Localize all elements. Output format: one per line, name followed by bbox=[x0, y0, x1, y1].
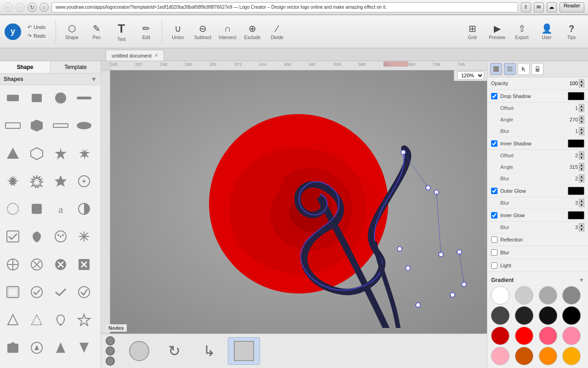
shape-item[interactable] bbox=[75, 283, 93, 301]
node-shape-square[interactable] bbox=[228, 337, 260, 365]
refresh-button[interactable]: ↻ bbox=[28, 3, 37, 12]
shape-item[interactable] bbox=[4, 200, 22, 218]
swatch-light-pink[interactable] bbox=[562, 327, 581, 345]
tool-export[interactable]: ⇧ Export bbox=[510, 21, 534, 42]
swatch-near-black[interactable] bbox=[515, 306, 533, 325]
panel-tab-template[interactable]: Template bbox=[51, 61, 101, 73]
tool-divide[interactable]: ∕ Divide bbox=[265, 22, 289, 42]
shape-item[interactable] bbox=[28, 283, 46, 301]
shape-item[interactable] bbox=[75, 310, 93, 329]
swatch-red[interactable] bbox=[515, 327, 533, 345]
address-bar[interactable] bbox=[51, 2, 518, 12]
shape-item[interactable] bbox=[28, 144, 46, 163]
shape-item[interactable] bbox=[51, 227, 70, 246]
tool-edit[interactable]: ✏ Edit bbox=[134, 21, 158, 42]
shape-item[interactable] bbox=[4, 172, 22, 190]
tool-user[interactable]: 👤 User bbox=[535, 21, 559, 42]
swatch-gold[interactable] bbox=[562, 347, 581, 365]
tool-shape[interactable]: ⬡ Shape bbox=[60, 21, 84, 42]
outer-glow-blur-spinner[interactable]: ▲ ▼ bbox=[579, 199, 584, 207]
inner-glow-checkbox[interactable] bbox=[491, 212, 498, 218]
shape-item[interactable] bbox=[51, 116, 70, 135]
node-shape-swirl[interactable]: ↻ bbox=[158, 337, 190, 365]
shape-item[interactable] bbox=[51, 255, 70, 274]
reader-button[interactable]: Reader bbox=[560, 2, 584, 12]
home-button[interactable]: ⌂ bbox=[40, 3, 49, 12]
rp-lock-button[interactable] bbox=[531, 63, 543, 75]
shape-item[interactable] bbox=[28, 339, 46, 357]
back-button[interactable]: ← bbox=[4, 3, 13, 12]
shape-item[interactable] bbox=[51, 283, 70, 301]
panel-tab-shape[interactable]: Shape bbox=[0, 61, 51, 73]
inner-shadow-angle-spinner[interactable]: ▲ ▼ bbox=[579, 163, 584, 171]
swatch-black[interactable] bbox=[562, 306, 581, 325]
tool-intersect[interactable]: ∩ Intersect bbox=[215, 22, 239, 42]
shape-item[interactable] bbox=[28, 172, 46, 190]
outer-glow-color[interactable] bbox=[568, 187, 584, 195]
shape-item[interactable] bbox=[4, 283, 22, 301]
shape-item[interactable] bbox=[75, 227, 93, 246]
drop-shadow-blur-spinner[interactable]: ▲ ▼ bbox=[579, 127, 584, 135]
swatch-dark-gray[interactable] bbox=[562, 286, 581, 305]
shape-item[interactable] bbox=[75, 89, 93, 107]
node-tool-2[interactable] bbox=[106, 346, 115, 356]
shape-item[interactable] bbox=[51, 144, 70, 163]
shape-item[interactable] bbox=[4, 255, 22, 274]
rp-layers-button[interactable] bbox=[504, 63, 516, 75]
shape-item[interactable] bbox=[75, 255, 93, 274]
node-shape-hook[interactable]: ↳ bbox=[193, 337, 225, 365]
drop-shadow-angle-spinner[interactable]: ▲ ▼ bbox=[579, 115, 584, 124]
document-tab[interactable]: untitled document ✕ bbox=[106, 50, 164, 61]
shape-item[interactable] bbox=[51, 310, 70, 329]
blur-checkbox[interactable] bbox=[491, 249, 498, 256]
inner-shadow-blur-spinner[interactable]: ▲ ▼ bbox=[579, 174, 584, 183]
shape-item[interactable] bbox=[75, 339, 93, 357]
tool-exclude[interactable]: ⊕ Exclude bbox=[240, 21, 264, 42]
tool-subtract[interactable]: ⊖ Subtract bbox=[191, 21, 215, 42]
swatch-orange[interactable] bbox=[539, 347, 557, 365]
node-tool-3[interactable] bbox=[106, 356, 115, 366]
shape-item[interactable] bbox=[51, 339, 70, 357]
shape-item[interactable] bbox=[28, 255, 46, 274]
rp-fill-button[interactable] bbox=[490, 63, 502, 75]
undo-button[interactable]: ↶ Undo bbox=[26, 23, 47, 31]
swatch-pink-red[interactable] bbox=[539, 327, 557, 345]
swatch-mid-gray[interactable] bbox=[539, 286, 557, 305]
shape-item[interactable] bbox=[28, 89, 46, 107]
bookmark-button[interactable]: ✉ bbox=[534, 2, 544, 12]
light-checkbox[interactable] bbox=[491, 262, 498, 269]
shape-item[interactable] bbox=[4, 227, 22, 246]
inner-shadow-color[interactable] bbox=[568, 139, 584, 148]
swatch-very-light-pink[interactable] bbox=[491, 347, 509, 365]
cloud-button[interactable]: ☁ bbox=[547, 2, 557, 12]
inner-shadow-checkbox[interactable] bbox=[491, 140, 498, 147]
shape-item[interactable]: a bbox=[51, 200, 70, 218]
shape-item[interactable] bbox=[4, 116, 22, 135]
swatch-very-near-black[interactable] bbox=[539, 306, 557, 325]
node-shape-circle[interactable] bbox=[123, 337, 155, 365]
drop-shadow-checkbox[interactable] bbox=[491, 93, 498, 99]
swatch-light-gray[interactable] bbox=[515, 286, 533, 305]
swatch-white[interactable] bbox=[491, 286, 509, 305]
rp-cursor-button[interactable] bbox=[518, 63, 530, 75]
tool-tips[interactable]: ? Tips bbox=[560, 22, 583, 42]
shape-item[interactable] bbox=[4, 89, 22, 107]
tool-pen[interactable]: ✎ Pen bbox=[85, 21, 108, 42]
outer-glow-checkbox[interactable] bbox=[491, 188, 498, 194]
shape-item[interactable] bbox=[4, 310, 22, 329]
tool-text[interactable]: T Text bbox=[109, 20, 133, 44]
opacity-spinner[interactable]: ▲ ▼ bbox=[579, 79, 584, 87]
tool-preview[interactable]: ▶ Preview bbox=[485, 21, 509, 42]
tab-close-button[interactable]: ✕ bbox=[154, 53, 158, 58]
drop-shadow-color[interactable] bbox=[568, 92, 584, 100]
logo-canvas[interactable] bbox=[110, 70, 487, 328]
shape-item[interactable]: ✦ bbox=[75, 172, 93, 190]
swatch-very-dark[interactable] bbox=[491, 306, 509, 325]
shape-item[interactable] bbox=[28, 310, 46, 329]
shape-item[interactable] bbox=[28, 116, 46, 135]
forward-button[interactable]: → bbox=[16, 3, 25, 12]
node-tool-1[interactable] bbox=[106, 336, 115, 345]
shape-item[interactable] bbox=[4, 339, 22, 357]
inner-glow-color[interactable] bbox=[568, 211, 584, 219]
shape-item[interactable] bbox=[51, 89, 70, 107]
